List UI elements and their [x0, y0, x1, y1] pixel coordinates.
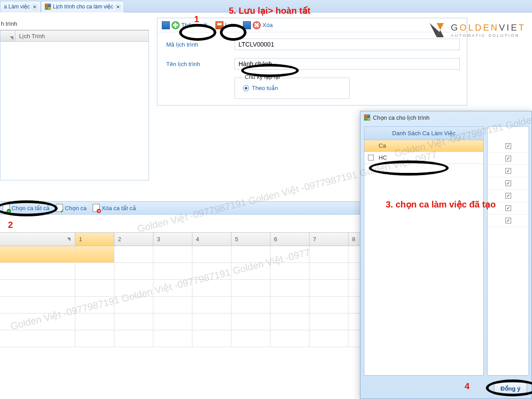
tab-ca-lam-viec[interactable]: a Làm việc ✕	[0, 1, 41, 12]
checkbox[interactable]	[505, 143, 511, 149]
col-4[interactable]: 4	[192, 233, 231, 246]
col-3[interactable]: 3	[153, 233, 192, 246]
group-legend: Chu kỳ lặp lại	[243, 74, 282, 80]
button-label: Xóa	[262, 22, 273, 28]
choose-shift-dialog: Chọn ca cho lịch trình Danh Sách Ca Làm …	[360, 111, 532, 399]
close-icon[interactable]: ✕	[115, 4, 121, 10]
dialog-body: Danh Sách Ca Làm Việc Ca HC	[364, 126, 529, 376]
checkbox[interactable]	[505, 205, 511, 211]
delete-icon	[253, 21, 261, 29]
button-label: Xóa ca tất cả	[102, 205, 136, 211]
logo-letter: T	[519, 23, 526, 32]
annotation-2: 2	[8, 220, 13, 230]
col-6[interactable]: 6	[270, 233, 309, 246]
schedule-form-panel: Thêm mới Lưu Xóa Mã lịch trình Tên lịch …	[157, 18, 467, 106]
logo-letter: VIE	[499, 23, 519, 32]
radio-label: Theo tuần	[252, 85, 278, 91]
page-plus-icon: +	[3, 204, 10, 212]
tab-strip: a Làm việc ✕ Lịch trình cho ca làm việc …	[0, 0, 532, 12]
list-icon	[162, 21, 170, 29]
name-label: Tên lịch trình	[166, 61, 224, 67]
col-1[interactable]: 1	[75, 233, 114, 246]
shift-label: HC	[377, 154, 387, 161]
shift-list-panel: Danh Sách Ca Làm Việc Ca HC	[364, 126, 484, 376]
button-label: Chọn ca tất cả	[12, 205, 50, 211]
header-corner[interactable]	[0, 233, 75, 246]
tab-lich-trinh[interactable]: Lịch trình cho ca làm việc ✕	[41, 1, 124, 12]
checkbox[interactable]	[505, 180, 511, 186]
brand-logo: GOLDENVIET AUTOMATIC SOLUTION	[427, 20, 526, 40]
form-toolbar: Thêm mới Lưu Xóa	[157, 18, 467, 32]
dialog-title-text: Chọn ca cho lịch trình	[373, 114, 430, 121]
tab-label: Lịch trình cho ca làm việc	[53, 4, 113, 10]
button-label: Lưu	[225, 22, 235, 28]
plus-icon	[172, 21, 180, 29]
checkbox[interactable]	[368, 155, 374, 160]
code-input[interactable]	[235, 39, 460, 50]
repeat-group: Chu kỳ lặp lại Theo tuần	[235, 78, 350, 99]
list-icon	[243, 21, 251, 29]
checkbox[interactable]	[505, 156, 511, 161]
logo-mark-icon	[427, 20, 446, 40]
row-code: Mã lịch trình	[166, 39, 460, 50]
weekly-radio[interactable]	[243, 85, 249, 91]
name-input[interactable]	[235, 58, 460, 70]
button-label: Đồng ý	[501, 385, 520, 392]
button-label: Thêm mới	[181, 22, 207, 28]
grid-corner[interactable]	[0, 31, 16, 41]
col-7[interactable]: 7	[309, 233, 348, 246]
dialog-footer: Đồng ý	[360, 378, 532, 399]
col-5[interactable]: 5	[231, 233, 270, 246]
day-checklist	[487, 126, 529, 376]
window-icon	[45, 4, 51, 10]
shift-list-header: Danh Sách Ca Làm Việc	[364, 127, 483, 140]
col-2[interactable]: 2	[114, 233, 153, 246]
add-button[interactable]: Thêm mới	[162, 21, 207, 29]
button-label: Chọn ca	[65, 205, 86, 211]
shift-row-hc[interactable]: HC	[364, 152, 483, 164]
checkbox[interactable]	[505, 193, 511, 199]
save-button[interactable]: Lưu	[215, 21, 235, 29]
form-body: Mã lịch trình Tên lịch trình Chu kỳ lặp …	[157, 32, 467, 102]
left-panel-title: h trình	[0, 18, 149, 30]
dialog-titlebar[interactable]: Chọn ca cho lịch trình	[360, 111, 532, 124]
schedule-list-panel: Lịch Trình	[0, 30, 149, 180]
shift-column-row: Ca	[364, 140, 483, 152]
window-icon	[364, 114, 370, 121]
delete-all-shifts-button[interactable]: ✕ Xóa ca tất cả	[93, 204, 136, 212]
ok-button[interactable]: Đồng ý	[494, 382, 527, 395]
row-name: Tên lịch trình	[166, 58, 460, 70]
grid-header: Lịch Trình	[0, 30, 149, 42]
close-icon[interactable]: ✕	[31, 4, 38, 10]
checkbox[interactable]	[505, 218, 511, 223]
delete-button[interactable]: Xóa	[243, 21, 273, 29]
page-x-icon: ✕	[93, 204, 100, 212]
code-label: Mã lịch trình	[166, 41, 224, 48]
column-ca[interactable]: Ca	[377, 142, 386, 149]
left-section: h trình Lịch Trình	[0, 18, 149, 180]
logo-text: GOLDENVIET AUTOMATIC SOLUTION	[451, 23, 526, 38]
select-all-shifts-button[interactable]: + Chọn ca tất cả	[3, 204, 50, 212]
logo-sub: AUTOMATIC SOLUTION	[451, 34, 526, 38]
checkbox[interactable]	[505, 168, 511, 174]
page-check-icon: ✓	[56, 204, 63, 212]
logo-letter: G	[451, 23, 460, 32]
grid-body	[0, 42, 149, 180]
logo-letter: OLDEN	[460, 23, 499, 32]
save-icon	[215, 21, 223, 29]
select-shift-button[interactable]: ✓ Chọn ca	[56, 204, 86, 212]
tab-label: a Làm việc	[4, 4, 30, 10]
column-lich-trinh[interactable]: Lịch Trình	[16, 31, 149, 41]
